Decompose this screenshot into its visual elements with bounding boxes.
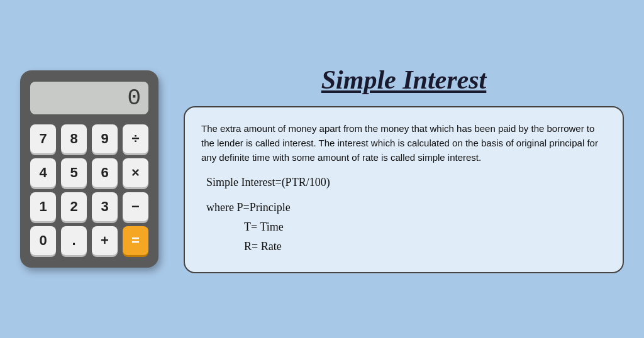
calculator: 0 7 8 9 ÷ 4 5 6 × 1 2 3 − 0 . + = [20, 70, 158, 268]
r-label: R= Rate [244, 237, 606, 256]
btn-1[interactable]: 1 [30, 192, 56, 221]
btn-0[interactable]: 0 [30, 226, 56, 255]
btn-subtract[interactable]: − [123, 192, 148, 221]
display-value: 0 [127, 85, 140, 111]
btn-9[interactable]: 9 [92, 124, 118, 153]
btn-multiply[interactable]: × [123, 158, 148, 187]
btn-6[interactable]: 6 [92, 158, 118, 187]
calculator-display: 0 [30, 82, 148, 114]
btn-7[interactable]: 7 [30, 124, 56, 153]
btn-3[interactable]: 3 [92, 192, 118, 221]
formula-text: Simple Interest=(PTR/100) [201, 176, 606, 189]
t-label: T= Time [244, 217, 606, 237]
btn-add[interactable]: + [92, 226, 118, 255]
where-line: where P=Principle [206, 198, 606, 217]
btn-8[interactable]: 8 [61, 124, 87, 153]
t-r-lines: T= Time R= Rate [244, 217, 606, 256]
page-title: Simple Interest [184, 65, 624, 95]
btn-4[interactable]: 4 [30, 158, 56, 187]
btn-5[interactable]: 5 [61, 158, 87, 187]
btn-equals[interactable]: = [123, 226, 148, 255]
info-box: The extra amount of money apart from the… [184, 106, 624, 274]
description-text: The extra amount of money apart from the… [201, 121, 606, 165]
variables-section: where P=Principle T= Time R= Rate [201, 198, 606, 256]
calculator-buttons: 7 8 9 ÷ 4 5 6 × 1 2 3 − 0 . + = [30, 124, 148, 255]
btn-dot[interactable]: . [61, 226, 87, 255]
where-p-label: where P=Principle [206, 198, 291, 217]
btn-2[interactable]: 2 [61, 192, 87, 221]
right-panel: Simple Interest The extra amount of mone… [184, 65, 624, 274]
main-container: 0 7 8 9 ÷ 4 5 6 × 1 2 3 − 0 . + = Simple… [20, 65, 624, 274]
btn-divide[interactable]: ÷ [123, 124, 148, 153]
